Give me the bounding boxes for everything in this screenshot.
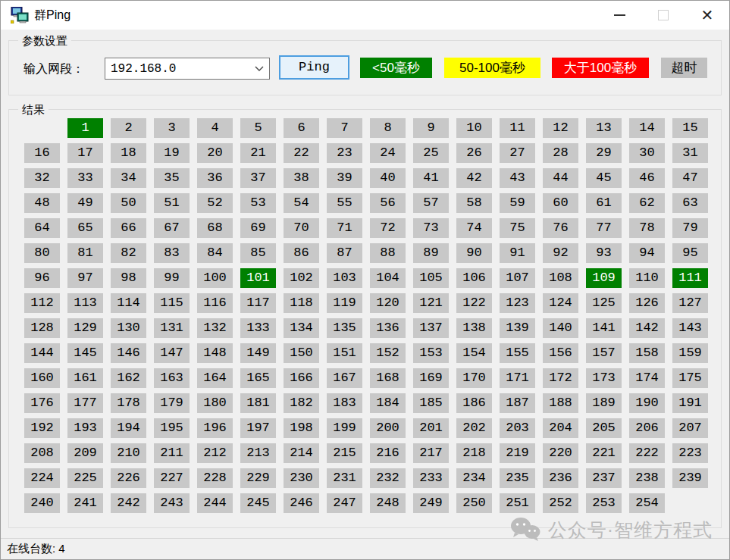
host-cell-88: 88 bbox=[370, 243, 406, 263]
ping-button[interactable]: Ping bbox=[279, 55, 349, 80]
host-cell-214: 214 bbox=[284, 443, 319, 463]
host-cell-58: 58 bbox=[456, 193, 492, 213]
host-cell-230: 230 bbox=[284, 468, 319, 488]
host-cell-97: 97 bbox=[67, 268, 103, 288]
host-cell-201: 201 bbox=[413, 418, 449, 438]
host-cell-24: 24 bbox=[370, 143, 406, 163]
host-cell-123: 123 bbox=[500, 293, 535, 313]
host-cell-113: 113 bbox=[67, 293, 103, 313]
host-cell-60: 60 bbox=[543, 193, 578, 213]
host-cell-4: 4 bbox=[197, 118, 233, 138]
host-cell-16: 16 bbox=[24, 143, 60, 163]
host-cell-229: 229 bbox=[240, 468, 276, 488]
host-cell-126: 126 bbox=[629, 293, 665, 313]
host-cell-246: 246 bbox=[284, 493, 319, 513]
host-cell-89: 89 bbox=[413, 243, 449, 263]
host-cell-153: 153 bbox=[413, 343, 449, 363]
host-cell-14: 14 bbox=[629, 118, 665, 138]
host-cell-150: 150 bbox=[284, 343, 319, 363]
window-title: 群Ping bbox=[34, 8, 70, 23]
online-count-text: 在线台数: 4 bbox=[7, 542, 65, 556]
host-cell-114: 114 bbox=[111, 293, 146, 313]
host-cell-69: 69 bbox=[240, 218, 276, 238]
host-cell-61: 61 bbox=[586, 193, 622, 213]
host-cell-94: 94 bbox=[629, 243, 665, 263]
host-cell-103: 103 bbox=[327, 268, 362, 288]
host-cell-239: 239 bbox=[672, 468, 708, 488]
host-cell-10: 10 bbox=[456, 118, 492, 138]
host-cell-107: 107 bbox=[500, 268, 535, 288]
host-cell-101: 101 bbox=[240, 268, 276, 288]
host-cell-71: 71 bbox=[327, 218, 362, 238]
host-cell-106: 106 bbox=[456, 268, 492, 288]
host-cell-127: 127 bbox=[672, 293, 708, 313]
host-cell-236: 236 bbox=[543, 468, 578, 488]
host-cell-59: 59 bbox=[500, 193, 535, 213]
host-cell-108: 108 bbox=[543, 268, 578, 288]
host-cell-50: 50 bbox=[111, 193, 146, 213]
host-cell-244: 244 bbox=[197, 493, 233, 513]
app-window: 群Ping ✕ 参数设置 输入网段： 192.168.0 Ping <50毫秒5… bbox=[0, 0, 730, 560]
host-cell-33: 33 bbox=[67, 168, 103, 188]
host-cell-135: 135 bbox=[327, 318, 362, 338]
host-cell-77: 77 bbox=[586, 218, 622, 238]
host-cell-158: 158 bbox=[629, 343, 665, 363]
host-cell-90: 90 bbox=[456, 243, 492, 263]
host-cell-237: 237 bbox=[586, 468, 622, 488]
host-cell-32: 32 bbox=[24, 168, 60, 188]
host-cell-44: 44 bbox=[543, 168, 578, 188]
host-cell-215: 215 bbox=[327, 443, 362, 463]
host-cell-152: 152 bbox=[370, 343, 406, 363]
host-cell-6: 6 bbox=[284, 118, 319, 138]
host-cell-190: 190 bbox=[629, 393, 665, 413]
host-cell-145: 145 bbox=[67, 343, 103, 363]
legend-item-3: 超时 bbox=[661, 58, 707, 78]
host-cell-233: 233 bbox=[413, 468, 449, 488]
host-cell-195: 195 bbox=[154, 418, 190, 438]
host-cell-248: 248 bbox=[370, 493, 406, 513]
host-cell-173: 173 bbox=[586, 368, 622, 388]
host-cell-37: 37 bbox=[240, 168, 276, 188]
host-cell-76: 76 bbox=[543, 218, 578, 238]
host-cell-141: 141 bbox=[586, 318, 622, 338]
host-cell-202: 202 bbox=[456, 418, 492, 438]
host-cell-110: 110 bbox=[629, 268, 665, 288]
chevron-down-icon[interactable] bbox=[249, 66, 269, 72]
host-cell-19: 19 bbox=[154, 143, 190, 163]
host-cell-167: 167 bbox=[327, 368, 362, 388]
host-cell-128: 128 bbox=[24, 318, 60, 338]
host-cell-185: 185 bbox=[413, 393, 449, 413]
host-cell-124: 124 bbox=[543, 293, 578, 313]
host-cell-1: 1 bbox=[67, 118, 103, 138]
host-cell-86: 86 bbox=[284, 243, 319, 263]
host-cell-211: 211 bbox=[154, 443, 190, 463]
host-cell-136: 136 bbox=[370, 318, 406, 338]
host-cell-175: 175 bbox=[672, 368, 708, 388]
host-cell-98: 98 bbox=[111, 268, 146, 288]
host-cell-62: 62 bbox=[629, 193, 665, 213]
host-cell-96: 96 bbox=[24, 268, 60, 288]
host-cell-205: 205 bbox=[586, 418, 622, 438]
host-cell-164: 164 bbox=[197, 368, 233, 388]
host-cell-142: 142 bbox=[629, 318, 665, 338]
empty-slot bbox=[24, 118, 60, 138]
maximize-button[interactable] bbox=[641, 1, 685, 30]
host-cell-52: 52 bbox=[197, 193, 233, 213]
legend-item-1: 50-100毫秒 bbox=[444, 58, 540, 78]
host-cell-194: 194 bbox=[111, 418, 146, 438]
host-cell-245: 245 bbox=[240, 493, 276, 513]
host-cell-134: 134 bbox=[284, 318, 319, 338]
host-cell-75: 75 bbox=[500, 218, 535, 238]
close-button[interactable]: ✕ bbox=[685, 1, 729, 30]
titlebar: 群Ping ✕ bbox=[1, 1, 729, 30]
minimize-button[interactable] bbox=[597, 1, 641, 30]
host-cell-183: 183 bbox=[327, 393, 362, 413]
network-segment-combobox[interactable]: 192.168.0 bbox=[105, 58, 270, 80]
network-segment-value[interactable]: 192.168.0 bbox=[105, 62, 249, 76]
host-cell-53: 53 bbox=[240, 193, 276, 213]
host-cell-48: 48 bbox=[24, 193, 60, 213]
host-cell-219: 219 bbox=[500, 443, 535, 463]
host-cell-226: 226 bbox=[111, 468, 146, 488]
host-cell-252: 252 bbox=[543, 493, 578, 513]
host-cell-13: 13 bbox=[586, 118, 622, 138]
